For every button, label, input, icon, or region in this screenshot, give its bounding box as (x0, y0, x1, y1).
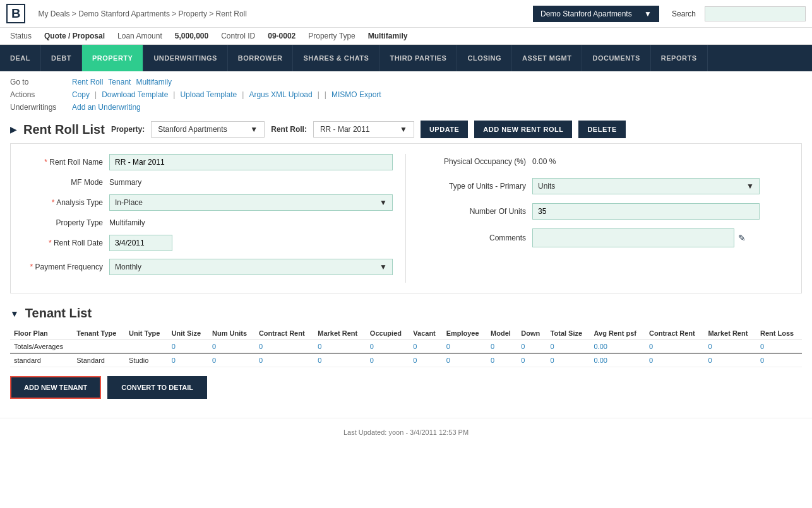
nav-tab-underwritings[interactable]: UNDERWRITINGS (143, 45, 227, 71)
nav-tab-asset-mgmt[interactable]: ASSET MGMT (512, 45, 582, 71)
action-mismo-export[interactable]: MISMO Export (331, 90, 381, 99)
col-unit-size: Unit Size (168, 327, 208, 340)
col-floor-plan: Floor Plan (10, 327, 73, 340)
property-dropdown[interactable]: Stanford Apartments ▼ (151, 121, 265, 138)
add-new-rent-roll-button[interactable]: ADD NEW RENT ROLL (474, 121, 572, 138)
col-tenant-type: Tenant Type (73, 327, 125, 340)
type-units-arrow: ▼ (746, 182, 754, 191)
col-market-rent2: Market Rent (704, 327, 756, 340)
type-units-select[interactable]: Units ▼ (532, 178, 760, 194)
analysis-type-value: In-Place (115, 198, 143, 207)
loan-amount-value: 5,000,000 (175, 32, 208, 40)
update-button[interactable]: UPDATE (421, 121, 468, 138)
logo: B (6, 4, 25, 23)
col-employee: Employee (443, 327, 487, 340)
rent-roll-toggle[interactable]: ▶ (10, 124, 17, 134)
deal-selector-button[interactable]: Demo Stanford Apartments ▼ (533, 6, 659, 22)
action-copy[interactable]: Copy (72, 90, 90, 99)
col-contract-rent2: Contract Rent (645, 327, 704, 340)
col-down: Down (517, 327, 546, 340)
analysis-type-select[interactable]: In-Place ▼ (109, 194, 393, 211)
rent-roll-date-row: Rent Roll Date (21, 235, 393, 251)
nav-tab-property[interactable]: PROPERTY (82, 45, 144, 71)
tenant-toggle[interactable]: ▼ (10, 309, 19, 319)
phys-occ-value: 0.00 % (532, 154, 791, 169)
top-bar: B My Deals > Demo Stanford Apartments > … (0, 0, 812, 28)
edit-icon[interactable]: ✎ (738, 233, 746, 243)
form-property-type-value: Multifamily (109, 218, 145, 227)
loan-amount-label: Loan Amount (117, 32, 162, 40)
col-avg-rent-psf: Avg Rent psf (590, 327, 646, 340)
property-dropdown-value: Stanford Apartments (158, 125, 227, 134)
action-buttons: ADD NEW TENANT CONVERT TO DETAIL (10, 376, 802, 399)
status-bar: Status Quote / Proposal Loan Amount 5,00… (0, 28, 812, 45)
rent-roll-dropdown-arrow: ▼ (400, 125, 407, 134)
totals-label: Totals/Averages (10, 340, 73, 354)
rent-roll-title: Rent Roll List (23, 122, 105, 137)
nav-tab-documents[interactable]: DOCUMENTS (582, 45, 650, 71)
form-grid: Rent Roll Name MF Mode Summary Analysis … (21, 154, 791, 283)
comments-row: Comments ✎ (425, 228, 791, 247)
nav-tab-deal[interactable]: DEAL (0, 45, 41, 71)
goto-link-rentroll[interactable]: Rent Roll (72, 78, 103, 86)
col-total-size: Total Size (547, 327, 590, 340)
phys-occ-label: Physical Occupancy (%) (425, 157, 526, 166)
num-units-label: Number Of Units (425, 207, 526, 216)
rent-roll-date-label: Rent Roll Date (21, 239, 103, 247)
payment-freq-select[interactable]: Monthly ▼ (109, 259, 393, 275)
nav-tabs: DEALDEBTPROPERTYUNDERWRITINGSBORROWERSHA… (0, 45, 812, 71)
comments-wrapper: ✎ (532, 228, 791, 247)
col-num-units: Num Units (208, 327, 255, 340)
tenant-table: Floor Plan Tenant Type Unit Type Unit Si… (10, 327, 802, 367)
goto-row: Go to Rent Roll Tenant Multifamily (10, 78, 802, 86)
footer-text: Last Updated: yoon - 3/4/2011 12:53 PM (343, 428, 469, 436)
rent-roll-dropdown[interactable]: RR - Mar 2011 ▼ (313, 121, 414, 138)
col-vacant: Vacant (409, 327, 442, 340)
num-units-input[interactable] (532, 203, 760, 220)
underwritings-link[interactable]: Add an Underwriting (72, 103, 141, 112)
analysis-type-row: Analysis Type In-Place ▼ (21, 194, 393, 211)
type-units-row: Type of Units - Primary Units ▼ (425, 178, 791, 194)
mf-mode-label: MF Mode (21, 178, 103, 187)
col-unit-type: Unit Type (125, 327, 168, 340)
actions-label: Actions (10, 90, 67, 99)
phys-occ-row: Physical Occupancy (%) 0.00 % (425, 154, 791, 169)
convert-to-detail-button[interactable]: CONVERT TO DETAIL (107, 376, 207, 399)
rent-roll-name-input[interactable] (109, 154, 393, 170)
nav-tab-third-parties[interactable]: THIRD PARTIES (379, 45, 457, 71)
rent-roll-date-input[interactable] (109, 235, 172, 251)
unit-type-cell: Studio (125, 353, 168, 367)
action-upload-template[interactable]: Upload Template (180, 90, 237, 99)
type-units-value: Units (538, 182, 555, 191)
table-row: standard Standard Studio 0 0 0 0 0 0 0 0… (10, 353, 802, 367)
goto-link-tenant[interactable]: Tenant (108, 78, 131, 86)
property-type-value: Multifamily (368, 32, 408, 40)
delete-button[interactable]: DELETE (578, 121, 625, 138)
type-units-label: Type of Units - Primary (425, 182, 526, 191)
payment-freq-row: Payment Frequency Monthly ▼ (21, 259, 393, 275)
action-download-template[interactable]: Download Template (102, 90, 168, 99)
add-new-tenant-button[interactable]: ADD NEW TENANT (10, 376, 101, 399)
form-right: Physical Occupancy (%) 0.00 % Type of Un… (406, 154, 791, 283)
totals-row: Totals/Averages 0 0 0 0 0 0 0 0 0 0 0.00… (10, 340, 802, 354)
underwritings-row: Underwritings Add an Underwriting (10, 103, 802, 112)
goto-label: Go to (10, 78, 67, 86)
goto-link-multifamily[interactable]: Multifamily (136, 78, 172, 86)
rent-roll-name-row: Rent Roll Name (21, 154, 393, 170)
tenant-title: Tenant List (25, 306, 92, 321)
form-property-type-label: Property Type (21, 218, 103, 227)
nav-tab-reports[interactable]: REPORTS (651, 45, 708, 71)
action-argus-xml[interactable]: Argus XML Upload (249, 90, 312, 99)
rent-roll-section-header: ▶ Rent Roll List Property: Stanford Apar… (10, 121, 802, 138)
nav-tab-borrower[interactable]: BORROWER (228, 45, 294, 71)
comments-input[interactable] (532, 228, 734, 247)
col-occupied: Occupied (366, 327, 409, 340)
col-market-rent: Market Rent (314, 327, 366, 340)
num-units-row: Number Of Units (425, 203, 791, 220)
deal-selector-arrow: ▼ (644, 9, 652, 18)
nav-tab-debt[interactable]: DEBT (41, 45, 82, 71)
nav-tab-closing[interactable]: CLOSING (457, 45, 512, 71)
search-input[interactable] (705, 6, 806, 21)
nav-tab-shares---chats[interactable]: SHARES & CHATS (293, 45, 379, 71)
col-contract-rent: Contract Rent (255, 327, 314, 340)
